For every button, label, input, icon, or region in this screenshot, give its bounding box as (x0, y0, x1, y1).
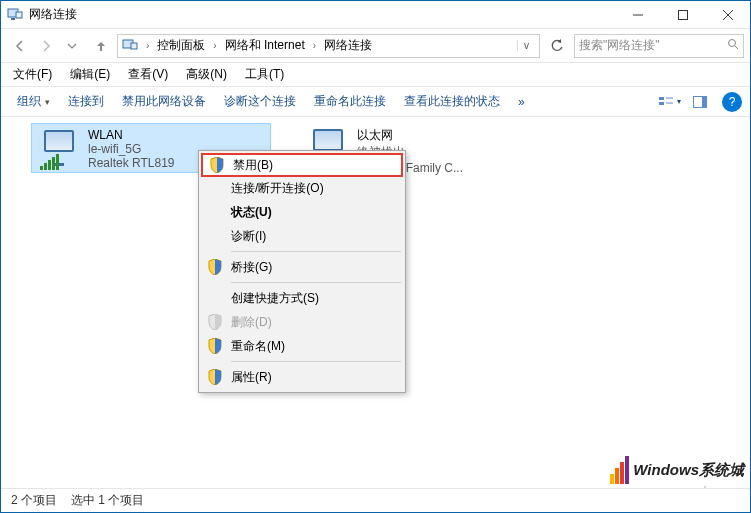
search-icon (727, 38, 739, 53)
address-dropdown-button[interactable]: v (517, 40, 535, 51)
ctx-properties[interactable]: 属性(R) (201, 365, 403, 389)
svg-rect-16 (702, 97, 706, 107)
context-menu: 禁用(B) 连接/断开连接(O) 状态(U) 诊断(I) 桥接(G) 创建快捷方… (198, 150, 406, 393)
separator (231, 361, 401, 362)
preview-pane-button[interactable] (686, 90, 714, 114)
menu-advanced[interactable]: 高级(N) (180, 64, 233, 85)
shield-icon (210, 157, 224, 173)
minimize-button[interactable] (615, 1, 660, 29)
svg-rect-1 (11, 18, 15, 20)
diagnose-button[interactable]: 诊断这个连接 (216, 89, 304, 114)
menu-edit[interactable]: 编辑(E) (64, 64, 116, 85)
adapter-ssid: le-wifi_5G (88, 142, 175, 156)
menu-file[interactable]: 文件(F) (7, 64, 58, 85)
ctx-disable[interactable]: 禁用(B) (201, 153, 403, 177)
ctx-rename[interactable]: 重命名(M) (201, 334, 403, 358)
ctx-diagnose[interactable]: 诊断(I) (201, 224, 403, 248)
recent-locations-button[interactable] (59, 33, 85, 59)
adapter-name: 以太网 (357, 127, 463, 144)
close-button[interactable] (705, 1, 750, 29)
separator (231, 251, 401, 252)
svg-point-9 (729, 40, 736, 47)
breadcrumb-root[interactable]: 控制面板 (157, 37, 205, 54)
view-options-button[interactable]: ▾ (656, 90, 684, 114)
svg-rect-8 (131, 43, 137, 49)
forward-button[interactable] (33, 33, 59, 59)
svg-rect-4 (678, 10, 687, 19)
menu-bar: 文件(F) 编辑(E) 查看(V) 高级(N) 工具(T) (1, 63, 750, 87)
wifi-adapter-icon (38, 128, 80, 170)
menu-view[interactable]: 查看(V) (122, 64, 174, 85)
adapter-name: WLAN (88, 128, 175, 142)
address-bar[interactable]: › 控制面板 › 网络和 Internet › 网络连接 v (117, 34, 540, 58)
ctx-connect-disconnect[interactable]: 连接/断开连接(O) (201, 176, 403, 200)
svg-line-10 (735, 46, 738, 49)
status-selected-count: 选中 1 个项目 (71, 492, 144, 509)
svg-rect-2 (16, 12, 22, 18)
window-title: 网络连接 (29, 6, 77, 23)
organize-button[interactable]: 组织▾ (9, 89, 58, 114)
refresh-button[interactable] (544, 33, 570, 59)
more-button[interactable]: » (510, 91, 533, 113)
watermark-url: www.wxcLgg.com (663, 485, 742, 488)
search-placeholder: 搜索"网络连接" (579, 37, 660, 54)
ctx-create-shortcut[interactable]: 创建快捷方式(S) (201, 286, 403, 310)
ctx-bridge[interactable]: 桥接(G) (201, 255, 403, 279)
svg-rect-11 (659, 97, 664, 100)
ctx-delete: 删除(D) (201, 310, 403, 334)
shield-icon (208, 314, 222, 330)
chevron-down-icon: ▾ (45, 97, 50, 107)
command-bar: 组织▾ 连接到 禁用此网络设备 诊断这个连接 重命名此连接 查看此连接的状态 »… (1, 87, 750, 117)
address-row: › 控制面板 › 网络和 Internet › 网络连接 v 搜索"网络连接" (1, 29, 750, 63)
disable-device-button[interactable]: 禁用此网络设备 (114, 89, 214, 114)
shield-icon (208, 338, 222, 354)
address-icon (122, 39, 138, 53)
watermark: Windows系统城 www.wxcLgg.com (610, 456, 744, 484)
breadcrumb-leaf[interactable]: 网络连接 (324, 37, 372, 54)
status-item-count: 2 个项目 (11, 492, 57, 509)
app-icon (7, 8, 23, 22)
breadcrumb-mid[interactable]: 网络和 Internet (225, 37, 305, 54)
chevron-right-icon: › (211, 40, 218, 51)
menu-tools[interactable]: 工具(T) (239, 64, 290, 85)
adapter-hardware: Realtek RTL819 (88, 156, 175, 170)
chevron-right-icon: › (144, 40, 151, 51)
titlebar: 网络连接 (1, 1, 750, 29)
search-input[interactable]: 搜索"网络连接" (574, 34, 744, 58)
separator (231, 282, 401, 283)
status-bar: 2 个项目 选中 1 个项目 (1, 488, 750, 512)
maximize-button[interactable] (660, 1, 705, 29)
shield-icon (208, 259, 222, 275)
chevron-right-icon: › (311, 40, 318, 51)
network-connections-window: 网络连接 › 控制面板 › 网络和 Internet › 网络连接 v (0, 0, 751, 513)
help-button[interactable]: ? (722, 92, 742, 112)
ctx-status[interactable]: 状态(U) (201, 200, 403, 224)
svg-rect-12 (659, 102, 664, 105)
up-button[interactable] (89, 34, 113, 58)
back-button[interactable] (7, 33, 33, 59)
watermark-brand: Windows系统城 (633, 461, 744, 480)
rename-button[interactable]: 重命名此连接 (306, 89, 394, 114)
view-status-button[interactable]: 查看此连接的状态 (396, 89, 508, 114)
connect-to-button[interactable]: 连接到 (60, 89, 112, 114)
shield-icon (208, 369, 222, 385)
